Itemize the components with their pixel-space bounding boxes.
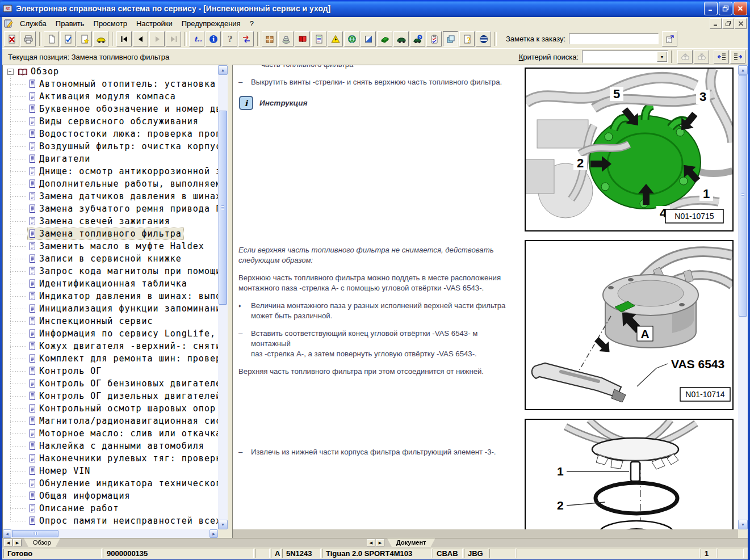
- document-vertical-scrollbar[interactable]: ▲ ▼: [738, 65, 748, 529]
- tree-item[interactable]: Моторное масло: слив или откачка: [3, 427, 218, 440]
- tree-item[interactable]: Заменить масло в муфте Haldex: [3, 240, 218, 252]
- tree-hscroll-thumb[interactable]: [12, 530, 58, 537]
- go-last-button[interactable]: [166, 31, 181, 47]
- locate-in-contents-button[interactable]: [714, 50, 729, 64]
- tree-scroll-thumb[interactable]: [219, 111, 227, 305]
- combo-dropdown-button[interactable]: ▼: [657, 52, 667, 62]
- tree-item[interactable]: Описание работ: [3, 502, 218, 515]
- vehicle-info-button[interactable]: ?: [410, 31, 425, 47]
- tree-item[interactable]: Виды сервисного обслуживания: [3, 115, 218, 128]
- warnings-button[interactable]: [328, 31, 343, 47]
- eraser-button[interactable]: [377, 31, 392, 47]
- help-button[interactable]: ?: [222, 31, 237, 47]
- mdi-restore-button[interactable]: [722, 18, 734, 29]
- menu-?[interactable]: ?: [245, 18, 258, 29]
- tree-item[interactable]: Буквенное обозначение и номер дв: [3, 103, 218, 115]
- search-next-button[interactable]: [694, 50, 709, 64]
- menu-настройки[interactable]: Настройки: [132, 18, 177, 29]
- scroll-left-button[interactable]: ◀: [3, 529, 11, 538]
- tree-vertical-scrollbar[interactable]: ▲ ▼: [218, 65, 228, 529]
- tree-item[interactable]: Водостостоки люка: проверка проп: [3, 128, 218, 140]
- cards-button[interactable]: [443, 31, 458, 47]
- tree-item[interactable]: Двигатели: [3, 153, 218, 165]
- tree-item[interactable]: Контроль ОГ бензиновых двигателе: [3, 377, 218, 390]
- tree-tab-scroll-left[interactable]: ◀: [4, 539, 12, 546]
- tree-item[interactable]: Замена зубчатого ремня привода Г: [3, 203, 218, 215]
- scroll-up-button[interactable]: ▲: [218, 65, 228, 75]
- panel-splitter[interactable]: [228, 65, 232, 538]
- print-button[interactable]: [20, 31, 36, 47]
- tree-expander-icon[interactable]: [7, 69, 14, 75]
- tree-item[interactable]: Активация модуля компаса: [3, 90, 218, 103]
- tree-item[interactable]: Идентификационная табличка: [3, 277, 218, 290]
- tree-item[interactable]: Номер VIN: [3, 465, 218, 477]
- stones-button[interactable]: [278, 31, 294, 47]
- tree-item[interactable]: Контроль ОГ дизельных двигателей: [3, 390, 218, 402]
- info-button[interactable]: i: [206, 31, 221, 47]
- edit-entry-button[interactable]: [60, 31, 76, 47]
- tree-tab-scroll-right[interactable]: ▶: [13, 539, 22, 546]
- tab-overview[interactable]: Обзор: [24, 538, 60, 547]
- scroll-right-button[interactable]: ▶: [210, 529, 218, 538]
- tree-item[interactable]: Запрос кода магнитолы при помощи: [3, 265, 218, 277]
- close-document-button[interactable]: [4, 31, 19, 47]
- close-button[interactable]: [734, 2, 747, 15]
- new-note-button[interactable]: [77, 31, 92, 47]
- tree-item[interactable]: Информация по сервису LongLife,: [3, 327, 218, 340]
- restore-button[interactable]: [719, 2, 732, 15]
- menu-просмотр[interactable]: Просмотр: [89, 18, 132, 29]
- tree-root-item[interactable]: Обзор: [3, 65, 218, 78]
- tree-item[interactable]: Комплект для ремонта шин: провер: [3, 352, 218, 365]
- mdi-minimize-button[interactable]: [710, 18, 722, 29]
- mdi-close-button[interactable]: [735, 18, 747, 29]
- tree-item[interactable]: Общая информация: [3, 490, 218, 502]
- go-previous-button[interactable]: [133, 31, 148, 47]
- tree-item[interactable]: Дополнительные работы, выполняем: [3, 178, 218, 190]
- tab-document[interactable]: Документ: [387, 538, 435, 547]
- go-next-button[interactable]: [149, 31, 165, 47]
- menu-править[interactable]: Править: [51, 18, 89, 29]
- new-page-button[interactable]: [44, 31, 59, 47]
- manual-button[interactable]: [295, 31, 310, 47]
- tree-item[interactable]: Замена датчиков давления в шинах: [3, 190, 218, 203]
- doc-tab-scroll-left[interactable]: ◀: [367, 539, 375, 546]
- scroll-down-button[interactable]: ▼: [738, 520, 748, 529]
- document-scroll-thumb[interactable]: [739, 75, 747, 317]
- search-criteria-combobox[interactable]: ▼: [582, 50, 668, 63]
- note-properties-button[interactable]: [662, 31, 677, 47]
- doc-tab-scroll-right[interactable]: ▶: [376, 539, 384, 546]
- tree-item[interactable]: Инициализация функции запоминани: [3, 302, 218, 315]
- checklist-button[interactable]: [426, 31, 442, 47]
- tree-item[interactable]: Контрольный осмотр шаровых опор: [3, 402, 218, 415]
- tree-item[interactable]: Записи в сервисной книжке: [3, 252, 218, 265]
- tree-item[interactable]: Воздушный фильтр: очистка корпус: [3, 140, 218, 153]
- tree-item[interactable]: Наклейка с данными автомобиля: [3, 440, 218, 452]
- package-button[interactable]: [262, 31, 277, 47]
- locate-in-document-button[interactable]: [730, 50, 745, 64]
- scroll-up-button[interactable]: ▲: [738, 65, 748, 75]
- tree-item[interactable]: Замена свечей зажигания: [3, 215, 218, 228]
- tree-item[interactable]: Магнитола/радионавигационная сис: [3, 415, 218, 427]
- vehicle-button[interactable]: [93, 31, 108, 47]
- order-note-input[interactable]: [569, 33, 659, 44]
- tree-item[interactable]: Индикатор давления в шинах: выпо: [3, 290, 218, 302]
- tree-item[interactable]: Наконечники рулевых тяг: проверк: [3, 452, 218, 465]
- tree-item[interactable]: Днище: осмотр антикоррозионной з: [3, 165, 218, 178]
- scroll-down-button[interactable]: ▼: [218, 520, 228, 529]
- vehicle-green-button[interactable]: [393, 31, 409, 47]
- tree-item[interactable]: Автономный отопитель: установка: [3, 78, 218, 90]
- globe-button[interactable]: [344, 31, 359, 47]
- web-sphere-button[interactable]: [476, 31, 491, 47]
- tree-item[interactable]: Кожух двигателя -верхний-: сняти: [3, 340, 218, 352]
- go-first-button[interactable]: [116, 31, 132, 47]
- document-list-button[interactable]: [311, 31, 326, 47]
- tree-item[interactable]: Контроль ОГ: [3, 365, 218, 377]
- toggle-view-button[interactable]: [238, 31, 254, 47]
- search-previous-button[interactable]: [677, 50, 693, 64]
- tree-item[interactable]: Обнуление индикатора техническог: [3, 477, 218, 490]
- document-help-button[interactable]: ?: [459, 31, 475, 47]
- menu-предупреждения[interactable]: Предупреждения: [177, 18, 245, 29]
- search-criteria-input[interactable]: [583, 52, 657, 61]
- history-button[interactable]: t..: [189, 31, 204, 47]
- minimize-button[interactable]: [704, 2, 718, 15]
